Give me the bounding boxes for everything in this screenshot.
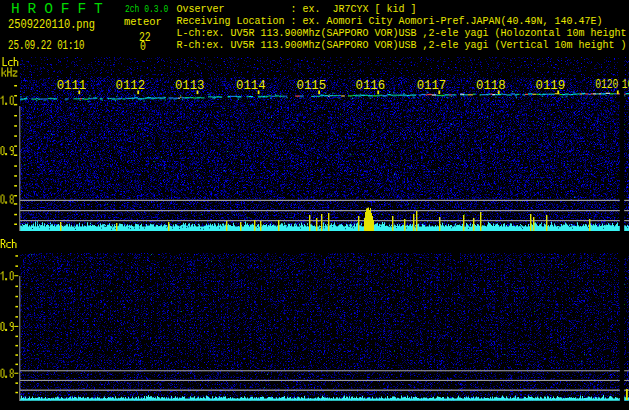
svg-text:2ch 0.3.0: 2ch 0.3.0 [125,3,168,16]
svg-text:10: 10 [622,78,629,91]
svg-text:0: 0 [140,38,146,54]
svg-text:2509220110.png: 2509220110.png [8,17,95,33]
svg-text:H R O F F T: H R O F F T [11,1,103,17]
svg-text:0111: 0111 [57,79,87,93]
svg-text:L-ch:ex. UV5R 113.900Mhz(SAPPO: L-ch:ex. UV5R 113.900Mhz(SAPPORO VOR)USB… [177,28,627,39]
svg-text:25.09.22 01:10: 25.09.22 01:10 [8,38,85,53]
svg-text:Ovserver : ex. JR7C: Ovserver : ex. JR7CYX [ kid ] [177,4,417,15]
svg-text:0116: 0116 [356,79,386,93]
svg-text:0112: 0112 [116,79,146,93]
svg-text:0117: 0117 [417,79,447,93]
svg-text:0118: 0118 [476,79,506,93]
svg-text:0119: 0119 [536,79,566,93]
svg-text:R-ch:ex. UV5R 113.900Mhz(SAPPO: R-ch:ex. UV5R 113.900Mhz(SAPPORO VOR)USB… [177,40,627,51]
svg-text:0115: 0115 [297,79,327,93]
svg-text:0114: 0114 [236,79,266,93]
svg-text:0113: 0113 [175,79,205,93]
svg-text:0120: 0120 [595,78,618,91]
svg-text:meteor: meteor [124,16,162,28]
svg-text:Receiving Location : ex. Aomor: Receiving Location : ex. Aomori City Aom… [177,16,603,27]
